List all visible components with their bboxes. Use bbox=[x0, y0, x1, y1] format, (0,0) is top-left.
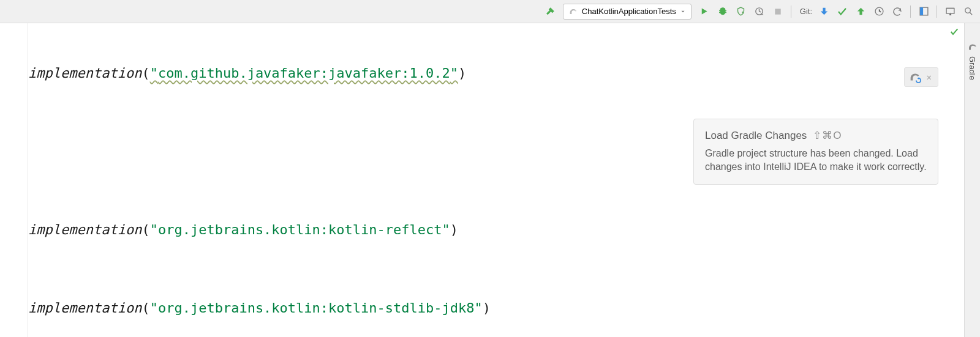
code-content[interactable]: implementation("com.github.javafaker:jav… bbox=[28, 23, 964, 337]
presentation-icon[interactable] bbox=[942, 4, 958, 20]
git-rollback-icon[interactable] bbox=[889, 4, 905, 20]
editor-gutter bbox=[0, 23, 28, 337]
chevron-down-icon bbox=[680, 9, 686, 15]
gradle-elephant-icon bbox=[967, 42, 978, 53]
git-label: Git: bbox=[800, 7, 812, 16]
svg-rect-4 bbox=[920, 7, 923, 15]
code-editor[interactable]: ✕ Load Gradle Changes ⇧⌘O Gradle project… bbox=[0, 23, 964, 337]
coverage-button[interactable] bbox=[733, 4, 749, 20]
project-structure-icon[interactable] bbox=[916, 4, 932, 20]
code-text: org.jetbrains.kotlin:kotlin-stdlib-jdk8 bbox=[158, 300, 475, 316]
gradle-tool-tab[interactable]: Gradle bbox=[967, 42, 978, 80]
code-text: implementation bbox=[28, 61, 141, 86]
git-history-icon[interactable] bbox=[871, 4, 887, 20]
profiler-button[interactable] bbox=[752, 4, 767, 20]
svg-rect-1 bbox=[775, 9, 780, 14]
toolbar-separator bbox=[937, 6, 937, 18]
stop-button[interactable] bbox=[770, 4, 786, 20]
gradle-tab-label: Gradle bbox=[968, 56, 977, 80]
code-text: com.github.javafaker:javafaker:1.0.2 bbox=[158, 65, 450, 81]
toolbar-separator bbox=[791, 6, 791, 18]
main-toolbar: ChatKotlinApplicationTests Git: bbox=[0, 0, 980, 23]
git-commit-icon[interactable] bbox=[834, 4, 850, 20]
gradle-elephant-icon bbox=[568, 7, 578, 17]
right-tool-strip: Gradle bbox=[964, 23, 980, 337]
git-push-icon[interactable] bbox=[853, 4, 869, 20]
svg-point-6 bbox=[965, 8, 970, 13]
toolbar-separator bbox=[910, 6, 911, 18]
code-text: implementation bbox=[28, 217, 141, 243]
code-text: org.jetbrains.kotlin:kotlin-reflect bbox=[158, 222, 442, 237]
git-pull-icon[interactable] bbox=[816, 4, 832, 20]
code-text: implementation bbox=[28, 295, 141, 321]
search-everywhere-icon[interactable] bbox=[960, 4, 976, 20]
build-hammer-icon[interactable] bbox=[542, 4, 558, 20]
debug-button[interactable] bbox=[715, 4, 731, 20]
run-button[interactable] bbox=[696, 4, 712, 20]
run-configuration-name: ChatKotlinApplicationTests bbox=[582, 7, 676, 16]
run-configuration-selector[interactable]: ChatKotlinApplicationTests bbox=[563, 4, 692, 20]
